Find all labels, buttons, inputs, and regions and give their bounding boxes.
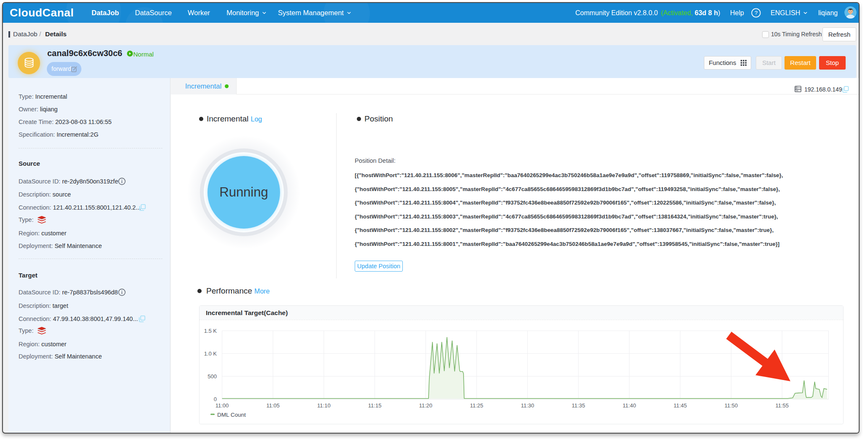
svg-text:500: 500 — [208, 373, 217, 380]
svg-text:?: ? — [755, 10, 757, 16]
svg-text:11:05: 11:05 — [266, 402, 280, 409]
svg-text:11:45: 11:45 — [674, 402, 687, 409]
svg-text:11:00: 11:00 — [216, 402, 229, 409]
svg-text:DML Count: DML Count — [217, 412, 246, 418]
svg-text:11:50: 11:50 — [725, 402, 738, 409]
svg-text:11:40: 11:40 — [623, 402, 636, 409]
svg-text:1.5 K: 1.5 K — [204, 328, 217, 334]
svg-text:11:55: 11:55 — [775, 402, 789, 409]
svg-text:11:15: 11:15 — [368, 402, 382, 409]
svg-text:0: 0 — [214, 396, 217, 402]
svg-text:1.0 K: 1.0 K — [204, 350, 217, 357]
svg-text:11:20: 11:20 — [419, 402, 433, 409]
svg-text:Incremental Target(Cache): Incremental Target(Cache) — [206, 309, 288, 316]
svg-text:11:10: 11:10 — [317, 402, 331, 409]
svg-text:11:30: 11:30 — [521, 402, 534, 409]
svg-text:11:35: 11:35 — [572, 402, 585, 409]
svg-text:11:25: 11:25 — [470, 402, 483, 409]
